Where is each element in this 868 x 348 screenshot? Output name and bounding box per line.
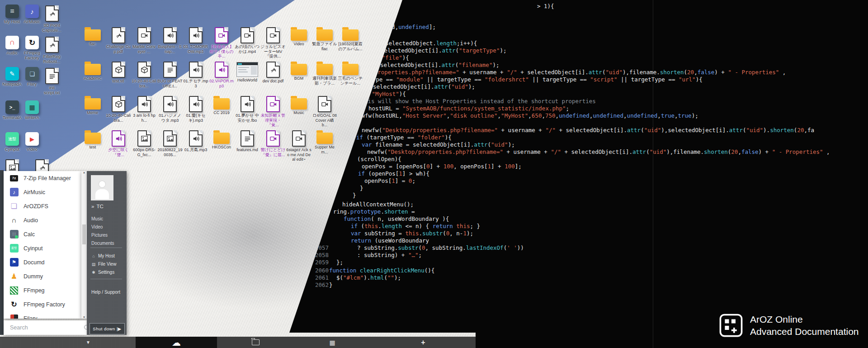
desktop-icon-01-mp3[interactable]: 01.ハジメノウタ.mp3 xyxy=(157,96,183,123)
panel-link-my-host[interactable]: ⌂My Host xyxy=(91,253,115,258)
code-line: $("#lcm").html(""); xyxy=(336,274,401,281)
menu-item-filary[interactable]: Filary xyxy=(4,311,81,319)
app-terminala[interactable]: >_TerminalA xyxy=(2,100,22,120)
desktop-icon-[interactable]: 響けにとどけ『愛』に届... xyxy=(260,130,286,157)
taskbar-chevron-icon[interactable]: ▼ xyxy=(79,337,97,348)
doc-3d-point-capsule[interactable]: 3D Point Capsule... xyxy=(42,5,62,33)
desktop-icon-bgm[interactable]: BGM xyxy=(286,62,311,81)
desktop-icon-video[interactable]: Video xyxy=(286,27,311,47)
desktop-icon-mp4[interactable]: あの頃のいつかは.mp4 xyxy=(235,27,260,54)
app-audio[interactable]: ∩Audio xyxy=(2,36,22,56)
taskbar-tab-media[interactable]: ▦ xyxy=(294,337,371,348)
app-notepada[interactable]: ✎NotepadA xyxy=(2,67,22,87)
desktop-icon-02-vapor-mp3[interactable]: 02.VAPOR.mp3 xyxy=(209,62,234,88)
desktop-icon-hkoscon[interactable]: HKOSCon xyxy=(209,130,234,150)
app-my-host-icon: ≡ xyxy=(5,5,19,18)
desktop-icon-[interactable]: 夕空に咲く『聲... xyxy=(106,130,131,157)
doc-init-script[interactable]: init script.txt xyxy=(42,68,62,95)
desktop-icon-cc-2019[interactable]: CC 2019 xyxy=(209,96,234,115)
desktop-icon-test[interactable]: test xyxy=(80,130,105,150)
taskbar-tab-cloud[interactable]: ☁ xyxy=(136,337,217,348)
desktop-icon-01-mp3[interactable]: 01.月島.mp3 xyxy=(183,130,208,153)
menu-item-airmusic[interactable]: ♪AirMusic xyxy=(4,185,81,199)
icon-label: 3D Point Capsule... xyxy=(42,23,62,33)
app-cyinput[interactable]: 速型Cyinput xyxy=(2,132,22,152)
menu-item-audio[interactable]: ∩Audio xyxy=(4,213,81,227)
desktop-icon-academic[interactable]: Academic xyxy=(80,62,105,81)
desktop-icon-marble-conveyer[interactable]: Marble Conveyer ... xyxy=(132,27,157,54)
desktop-icon-busphere-snap[interactable]: Busphere - Snap... xyxy=(157,27,183,54)
desktop-icon-01-mp3[interactable]: 01.チセチ.mp3 xyxy=(183,62,208,88)
app-ffmpeg-factory[interactable]: ↻FFmpeg Factory xyxy=(22,36,42,60)
desktop-icon-[interactable]: 三毛のペンテンテール... xyxy=(338,62,363,86)
start-menu-app-list: 7z7-Zip File Manager♪AirMusic❏ArOZDFS∩Au… xyxy=(4,171,81,319)
menu-item-dummy[interactable]: ♟Dummy xyxy=(4,269,81,283)
desktop-icon-190320[interactable]: [190320]夏霞のアルバム... xyxy=(338,27,363,51)
code-line: = selectedObject[i].attr("uid"); xyxy=(366,83,475,91)
desktop-icon-20180822-190035[interactable]: 20180822_190035... xyxy=(157,130,183,157)
desktop-icon-4-goal-08-cover-a-b[interactable]: ロ4/GOAL 08 Cover A晒 b... xyxy=(312,96,337,128)
help-support-link[interactable]: Help / Support xyxy=(91,290,120,295)
user-arrow: » xyxy=(91,204,94,209)
menu-item-arozdfs[interactable]: ❏ArOZDFS xyxy=(4,199,81,213)
desktop-icon-01-fbo[interactable]: 01.夢かせ 中安かせ.fbo xyxy=(235,96,260,123)
desktop-icon-600px-drs-g-fxc[interactable]: 600px-DRS-G_fxc... xyxy=(132,130,157,157)
taskbar-tab-new[interactable]: + xyxy=(371,337,476,348)
search-input[interactable] xyxy=(9,324,84,331)
scroll-up-icon[interactable]: ▲ xyxy=(83,171,85,174)
desktop-icon-01-mp3[interactable]: 01.愛(キセキ).mp3 xyxy=(183,96,208,123)
desktop-icon-challenge-cup-pdf[interactable]: Challenge Cup.pdf xyxy=(106,27,131,54)
app-flary[interactable]: ❏Flary xyxy=(22,67,42,87)
desktop-icon-music[interactable]: Music xyxy=(286,96,311,115)
place-link-music[interactable]: Music xyxy=(91,216,103,221)
desktop-icon-[interactable]: 【致香港人】相守 / 僕らの手... xyxy=(209,27,234,59)
menu-item-7-zip-file-manager[interactable]: 7z7-Zip File Manager xyxy=(4,171,81,185)
app-ffmpeg-factory-icon: ↻ xyxy=(25,36,39,49)
desktop-icon-10-20-40-calibra[interactable]: 10-20-40-Calibra... xyxy=(106,96,131,123)
desktop-icon-3-am-lo-fi-hph[interactable]: 3 am lo-fi hph... xyxy=(132,96,157,123)
scrollbar-thumb[interactable] xyxy=(82,224,86,244)
desktop-icon-x[interactable]: 未知距離 x 管理実現・『覚... xyxy=(260,96,286,128)
arozdfs-icon: ❏ xyxy=(9,202,19,211)
menu-item-calc[interactable]: ∷Calc xyxy=(4,227,81,241)
app-video[interactable]: ▶Video xyxy=(22,132,42,152)
code-line: selectedObject.length;i++){ xyxy=(385,40,477,47)
menu-item-cyinput[interactable]: 速型Cyinput xyxy=(4,241,81,255)
start-menu-scrollbar[interactable]: ▲ ▼ xyxy=(81,171,87,319)
menu-item-ffmpeg-factory[interactable]: ↻FFmpeg Factory xyxy=(4,297,81,311)
icon-label: Cyinput xyxy=(2,147,22,152)
folder-icon xyxy=(342,29,359,41)
desktop-icon-03-tomorrow-mp3[interactable]: 03. TOMORROW.mp3 xyxy=(183,27,208,54)
desktop-icon-meme[interactable]: Meme xyxy=(80,96,105,115)
audio-file-icon xyxy=(189,96,203,112)
desktop-icon-bug-or-feature-t[interactable]: BUG or FEATURE.t... xyxy=(157,62,183,88)
place-link-video[interactable]: Video xyxy=(91,224,103,229)
desktop-icon-helloworld[interactable]: HelloWorld xyxy=(235,62,260,83)
desktop-icon-dev-doc-pdf[interactable]: dev doc.pdf xyxy=(260,62,286,84)
desktop-icon-features-md[interactable]: features.md xyxy=(235,130,260,153)
desktop-icon-supper-mem[interactable]: Supper Mem... xyxy=(312,130,337,154)
desktop-icon-flac[interactable]: 緊急ファイル flac xyxy=(312,27,337,51)
user-name[interactable]: » TC xyxy=(91,204,104,209)
shutdown-button[interactable]: Shut down |▶ xyxy=(90,323,125,334)
panel-link-settings[interactable]: ✱Settings xyxy=(91,270,114,275)
menu-item-documd[interactable]: ⚑Documd xyxy=(4,255,81,269)
menu-item-ffmpeg[interactable]: FFmpeg xyxy=(4,283,81,297)
app-writera[interactable]: ▦WriterA xyxy=(22,100,42,120)
place-link-pictures[interactable]: Pictures xyxy=(91,233,108,238)
place-link-documents[interactable]: Documents xyxy=(91,241,114,246)
desktop-icon-10-20-40-calibra[interactable]: 10-20-40-Calibra... xyxy=(132,62,157,88)
app-airmusic[interactable]: ♪AirMusic xyxy=(22,5,42,24)
icon-label: TerminalA xyxy=(2,115,22,120)
desktop-icon-mv[interactable]: ジョルピスオーターMV『提供... xyxy=(260,27,286,59)
doc-filterreg[interactable]: FilterReg Robust... xyxy=(42,37,62,64)
desktop-icon-test-stl[interactable]: test.stl xyxy=(106,62,131,84)
desktop-icon-[interactable]: 週刊列車倶楽部・ブラ... xyxy=(312,62,337,86)
panel-link-file-view[interactable]: ▤File View xyxy=(91,262,116,267)
taskbar-tab-files[interactable] xyxy=(217,337,294,348)
desktop-icon-6stagez-ack-so-me-and-deal-edit[interactable]: 6stagez Ack so me And Deal edit~ xyxy=(286,130,311,162)
scroll-down-icon[interactable]: ▼ xyxy=(83,316,85,319)
audio-file-icon xyxy=(163,96,177,112)
desktop-icon-flac[interactable]: flac xyxy=(80,27,105,47)
app-my-host[interactable]: ≡My Host xyxy=(2,5,22,24)
